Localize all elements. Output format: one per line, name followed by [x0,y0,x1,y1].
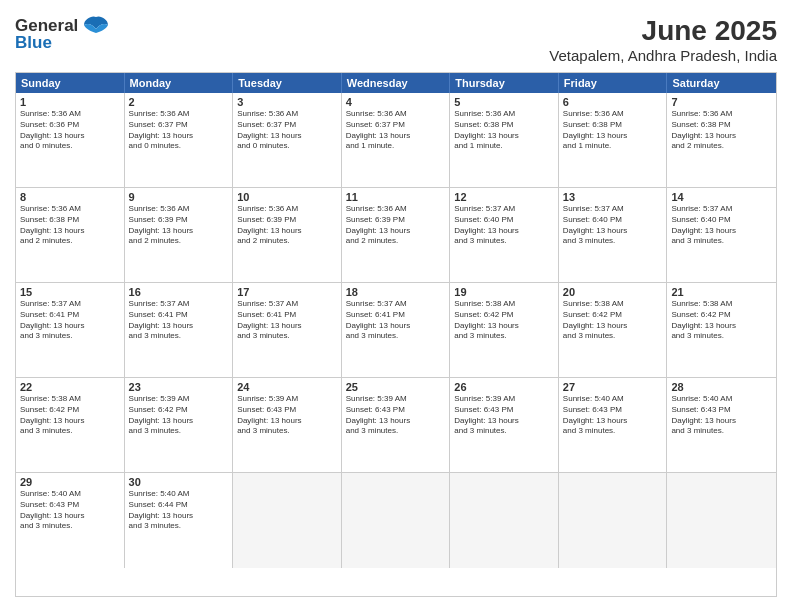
calendar-cell: 23Sunrise: 5:39 AM Sunset: 6:42 PM Dayli… [125,378,234,472]
day-info: Sunrise: 5:40 AM Sunset: 6:44 PM Dayligh… [129,489,229,532]
calendar: Sunday Monday Tuesday Wednesday Thursday… [15,72,777,597]
calendar-cell: 25Sunrise: 5:39 AM Sunset: 6:43 PM Dayli… [342,378,451,472]
calendar-cell [450,473,559,568]
header-monday: Monday [125,73,234,93]
day-number: 16 [129,286,229,298]
calendar-cell [667,473,776,568]
day-number: 9 [129,191,229,203]
day-info: Sunrise: 5:37 AM Sunset: 6:41 PM Dayligh… [20,299,120,342]
day-info: Sunrise: 5:36 AM Sunset: 6:38 PM Dayligh… [454,109,554,152]
calendar-cell: 9Sunrise: 5:36 AM Sunset: 6:39 PM Daylig… [125,188,234,282]
calendar-week-1: 1Sunrise: 5:36 AM Sunset: 6:36 PM Daylig… [16,93,776,188]
day-info: Sunrise: 5:40 AM Sunset: 6:43 PM Dayligh… [563,394,663,437]
day-number: 1 [20,96,120,108]
day-info: Sunrise: 5:39 AM Sunset: 6:43 PM Dayligh… [454,394,554,437]
page: General Blue June 2025 Vetapalem, Andhra… [0,0,792,612]
calendar-cell: 6Sunrise: 5:36 AM Sunset: 6:38 PM Daylig… [559,93,668,187]
calendar-cell: 7Sunrise: 5:36 AM Sunset: 6:38 PM Daylig… [667,93,776,187]
calendar-cell: 15Sunrise: 5:37 AM Sunset: 6:41 PM Dayli… [16,283,125,377]
day-info: Sunrise: 5:38 AM Sunset: 6:42 PM Dayligh… [563,299,663,342]
header-sunday: Sunday [16,73,125,93]
day-number: 7 [671,96,772,108]
calendar-subtitle: Vetapalem, Andhra Pradesh, India [549,47,777,64]
day-number: 28 [671,381,772,393]
calendar-week-2: 8Sunrise: 5:36 AM Sunset: 6:38 PM Daylig… [16,188,776,283]
calendar-cell: 8Sunrise: 5:36 AM Sunset: 6:38 PM Daylig… [16,188,125,282]
day-number: 2 [129,96,229,108]
day-number: 17 [237,286,337,298]
header-thursday: Thursday [450,73,559,93]
calendar-cell: 13Sunrise: 5:37 AM Sunset: 6:40 PM Dayli… [559,188,668,282]
logo: General Blue [15,15,110,53]
day-info: Sunrise: 5:36 AM Sunset: 6:37 PM Dayligh… [346,109,446,152]
calendar-week-3: 15Sunrise: 5:37 AM Sunset: 6:41 PM Dayli… [16,283,776,378]
logo-bird-icon [82,15,110,37]
calendar-week-4: 22Sunrise: 5:38 AM Sunset: 6:42 PM Dayli… [16,378,776,473]
day-number: 13 [563,191,663,203]
day-info: Sunrise: 5:37 AM Sunset: 6:40 PM Dayligh… [671,204,772,247]
calendar-cell: 16Sunrise: 5:37 AM Sunset: 6:41 PM Dayli… [125,283,234,377]
day-number: 11 [346,191,446,203]
day-info: Sunrise: 5:38 AM Sunset: 6:42 PM Dayligh… [20,394,120,437]
calendar-cell: 26Sunrise: 5:39 AM Sunset: 6:43 PM Dayli… [450,378,559,472]
day-info: Sunrise: 5:37 AM Sunset: 6:40 PM Dayligh… [563,204,663,247]
calendar-cell: 22Sunrise: 5:38 AM Sunset: 6:42 PM Dayli… [16,378,125,472]
day-info: Sunrise: 5:36 AM Sunset: 6:37 PM Dayligh… [237,109,337,152]
day-number: 18 [346,286,446,298]
day-number: 23 [129,381,229,393]
calendar-week-5: 29Sunrise: 5:40 AM Sunset: 6:43 PM Dayli… [16,473,776,568]
day-info: Sunrise: 5:37 AM Sunset: 6:40 PM Dayligh… [454,204,554,247]
day-info: Sunrise: 5:37 AM Sunset: 6:41 PM Dayligh… [237,299,337,342]
calendar-cell: 27Sunrise: 5:40 AM Sunset: 6:43 PM Dayli… [559,378,668,472]
day-info: Sunrise: 5:36 AM Sunset: 6:36 PM Dayligh… [20,109,120,152]
logo-blue-text: Blue [15,33,52,53]
calendar-cell: 21Sunrise: 5:38 AM Sunset: 6:42 PM Dayli… [667,283,776,377]
day-number: 12 [454,191,554,203]
day-info: Sunrise: 5:38 AM Sunset: 6:42 PM Dayligh… [454,299,554,342]
day-number: 29 [20,476,120,488]
day-number: 25 [346,381,446,393]
day-number: 14 [671,191,772,203]
header: General Blue June 2025 Vetapalem, Andhra… [15,15,777,64]
calendar-cell: 18Sunrise: 5:37 AM Sunset: 6:41 PM Dayli… [342,283,451,377]
day-number: 4 [346,96,446,108]
calendar-cell: 3Sunrise: 5:36 AM Sunset: 6:37 PM Daylig… [233,93,342,187]
day-info: Sunrise: 5:36 AM Sunset: 6:39 PM Dayligh… [237,204,337,247]
day-info: Sunrise: 5:40 AM Sunset: 6:43 PM Dayligh… [671,394,772,437]
day-info: Sunrise: 5:36 AM Sunset: 6:38 PM Dayligh… [20,204,120,247]
day-info: Sunrise: 5:37 AM Sunset: 6:41 PM Dayligh… [129,299,229,342]
day-number: 27 [563,381,663,393]
day-number: 22 [20,381,120,393]
calendar-cell: 20Sunrise: 5:38 AM Sunset: 6:42 PM Dayli… [559,283,668,377]
calendar-cell: 12Sunrise: 5:37 AM Sunset: 6:40 PM Dayli… [450,188,559,282]
calendar-cell: 29Sunrise: 5:40 AM Sunset: 6:43 PM Dayli… [16,473,125,568]
calendar-cell: 17Sunrise: 5:37 AM Sunset: 6:41 PM Dayli… [233,283,342,377]
calendar-cell: 5Sunrise: 5:36 AM Sunset: 6:38 PM Daylig… [450,93,559,187]
calendar-cell [233,473,342,568]
header-saturday: Saturday [667,73,776,93]
day-info: Sunrise: 5:38 AM Sunset: 6:42 PM Dayligh… [671,299,772,342]
calendar-cell: 10Sunrise: 5:36 AM Sunset: 6:39 PM Dayli… [233,188,342,282]
day-number: 21 [671,286,772,298]
day-number: 6 [563,96,663,108]
day-info: Sunrise: 5:36 AM Sunset: 6:38 PM Dayligh… [671,109,772,152]
header-tuesday: Tuesday [233,73,342,93]
calendar-cell: 14Sunrise: 5:37 AM Sunset: 6:40 PM Dayli… [667,188,776,282]
header-friday: Friday [559,73,668,93]
calendar-cell: 30Sunrise: 5:40 AM Sunset: 6:44 PM Dayli… [125,473,234,568]
calendar-cell: 24Sunrise: 5:39 AM Sunset: 6:43 PM Dayli… [233,378,342,472]
day-number: 30 [129,476,229,488]
day-number: 8 [20,191,120,203]
day-number: 5 [454,96,554,108]
day-info: Sunrise: 5:36 AM Sunset: 6:37 PM Dayligh… [129,109,229,152]
calendar-cell: 2Sunrise: 5:36 AM Sunset: 6:37 PM Daylig… [125,93,234,187]
calendar-header: Sunday Monday Tuesday Wednesday Thursday… [16,73,776,93]
day-number: 20 [563,286,663,298]
day-info: Sunrise: 5:36 AM Sunset: 6:38 PM Dayligh… [563,109,663,152]
calendar-cell [342,473,451,568]
calendar-cell: 1Sunrise: 5:36 AM Sunset: 6:36 PM Daylig… [16,93,125,187]
day-number: 19 [454,286,554,298]
title-block: June 2025 Vetapalem, Andhra Pradesh, Ind… [549,15,777,64]
calendar-cell: 28Sunrise: 5:40 AM Sunset: 6:43 PM Dayli… [667,378,776,472]
day-info: Sunrise: 5:37 AM Sunset: 6:41 PM Dayligh… [346,299,446,342]
